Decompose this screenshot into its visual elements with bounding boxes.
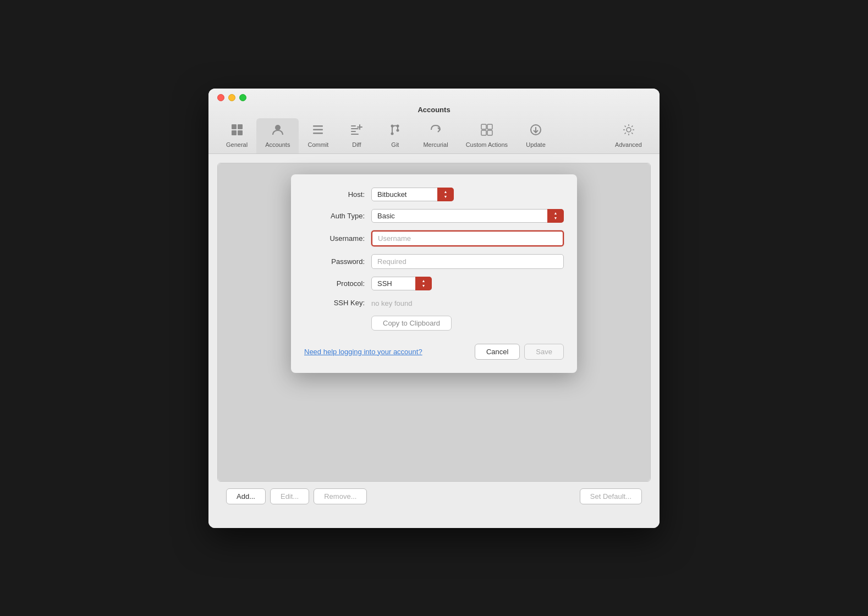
host-select[interactable]: Bitbucket — [371, 188, 454, 201]
host-label: Host: — [304, 190, 365, 199]
username-row: Username: — [304, 230, 564, 246]
remove-button[interactable]: Remove... — [314, 488, 367, 504]
ssh-key-value: no key found — [371, 296, 412, 310]
ssh-key-control: no key found — [371, 298, 564, 308]
svg-rect-7 — [313, 133, 323, 134]
protocol-row: Protocol: SSH — [304, 277, 564, 290]
accounts-icon — [271, 123, 285, 139]
git-icon — [388, 123, 402, 139]
password-control — [371, 254, 564, 269]
tab-diff[interactable]: Diff — [337, 118, 376, 153]
password-input[interactable] — [371, 254, 564, 269]
set-default-button[interactable]: Set Default... — [580, 488, 642, 504]
mercurial-icon — [428, 123, 443, 139]
svg-rect-9 — [351, 128, 359, 129]
protocol-label: Protocol: — [304, 279, 365, 288]
save-button[interactable]: Save — [524, 344, 564, 360]
svg-point-17 — [397, 129, 399, 131]
tab-mercurial-label: Mercurial — [423, 141, 448, 148]
auth-type-label: Auth Type: — [304, 212, 365, 220]
add-button[interactable]: Add... — [226, 488, 266, 504]
cancel-button[interactable]: Cancel — [475, 344, 520, 360]
svg-rect-6 — [313, 129, 323, 130]
custom-actions-icon — [480, 123, 494, 139]
tab-advanced-label: Advanced — [615, 141, 642, 148]
ssh-key-row: SSH Key: no key found — [304, 298, 564, 308]
advanced-icon — [622, 123, 636, 139]
svg-rect-18 — [481, 124, 486, 129]
svg-rect-3 — [238, 130, 243, 135]
tab-commit[interactable]: Commit — [299, 118, 337, 153]
tab-general-label: General — [226, 141, 248, 148]
svg-rect-13 — [357, 127, 362, 128]
edit-button[interactable]: Edit... — [270, 488, 309, 504]
account-modal: Host: Bitbucket Auth Type: — [291, 174, 577, 373]
host-row: Host: Bitbucket — [304, 188, 564, 201]
password-label: Password: — [304, 257, 365, 266]
tab-update-label: Update — [526, 141, 545, 148]
svg-rect-10 — [351, 131, 356, 132]
svg-rect-0 — [232, 124, 237, 129]
tab-advanced[interactable]: Advanced — [606, 118, 651, 153]
svg-point-16 — [397, 124, 399, 127]
diff-icon — [349, 123, 364, 139]
tab-custom-actions-label: Custom Actions — [466, 141, 508, 148]
tab-accounts-label: Accounts — [265, 141, 290, 148]
auth-type-control: Basic — [371, 209, 564, 223]
bottom-bar: Add... Edit... Remove... Set Default... — [217, 482, 651, 511]
host-select-wrapper: Bitbucket — [371, 188, 454, 201]
username-label: Username: — [304, 234, 365, 243]
copy-to-clipboard-button[interactable]: Copy to Clipboard — [371, 316, 452, 331]
username-control — [371, 230, 564, 246]
svg-rect-11 — [351, 134, 359, 135]
svg-rect-5 — [313, 125, 323, 127]
tab-commit-label: Commit — [307, 141, 328, 148]
toolbar: General Accounts — [217, 118, 651, 153]
window-body: Host: Bitbucket Auth Type: — [208, 154, 660, 528]
host-control: Bitbucket — [371, 188, 564, 201]
svg-rect-20 — [481, 130, 486, 135]
window-title: Accounts — [417, 106, 450, 114]
general-icon — [230, 123, 244, 139]
traffic-lights — [217, 94, 246, 101]
tab-git[interactable]: Git — [376, 118, 414, 153]
ssh-key-label: SSH Key: — [304, 299, 365, 307]
tab-custom-actions[interactable]: Custom Actions — [457, 118, 517, 153]
tab-update[interactable]: Update — [517, 118, 555, 153]
close-button[interactable] — [217, 94, 224, 101]
svg-point-15 — [391, 124, 394, 127]
tab-git-label: Git — [391, 141, 399, 148]
protocol-select-wrapper: SSH — [371, 277, 432, 290]
svg-rect-19 — [487, 124, 492, 129]
help-link[interactable]: Need help logging into your account? — [304, 348, 422, 356]
tab-mercurial[interactable]: Mercurial — [414, 118, 457, 153]
protocol-control: SSH — [371, 277, 564, 290]
auth-type-row: Auth Type: Basic — [304, 209, 564, 223]
svg-point-14 — [391, 132, 394, 135]
password-row: Password: — [304, 254, 564, 269]
copy-btn-wrapper: Copy to Clipboard — [371, 316, 452, 331]
username-input[interactable] — [371, 230, 564, 246]
protocol-select[interactable]: SSH — [371, 277, 432, 290]
svg-rect-21 — [487, 130, 492, 135]
tab-general[interactable]: General — [217, 118, 256, 153]
main-window: Accounts General — [208, 89, 660, 528]
tab-diff-label: Diff — [352, 141, 361, 148]
auth-type-select[interactable]: Basic — [371, 209, 564, 223]
svg-rect-2 — [232, 130, 237, 135]
auth-type-select-wrapper: Basic — [371, 209, 564, 223]
svg-rect-8 — [351, 125, 356, 127]
content-area: Host: Bitbucket Auth Type: — [217, 163, 651, 482]
svg-point-23 — [627, 128, 631, 132]
svg-rect-1 — [238, 124, 243, 129]
maximize-button[interactable] — [239, 94, 246, 101]
tab-accounts[interactable]: Accounts — [256, 118, 299, 153]
minimize-button[interactable] — [228, 94, 235, 101]
svg-point-4 — [275, 125, 281, 130]
commit-icon — [311, 123, 325, 139]
copy-button-row: Copy to Clipboard — [304, 316, 564, 331]
footer-actions: Cancel Save — [475, 344, 564, 360]
update-icon — [529, 123, 543, 139]
modal-footer: Need help logging into your account? Can… — [304, 339, 564, 360]
modal-overlay: Host: Bitbucket Auth Type: — [218, 163, 650, 481]
